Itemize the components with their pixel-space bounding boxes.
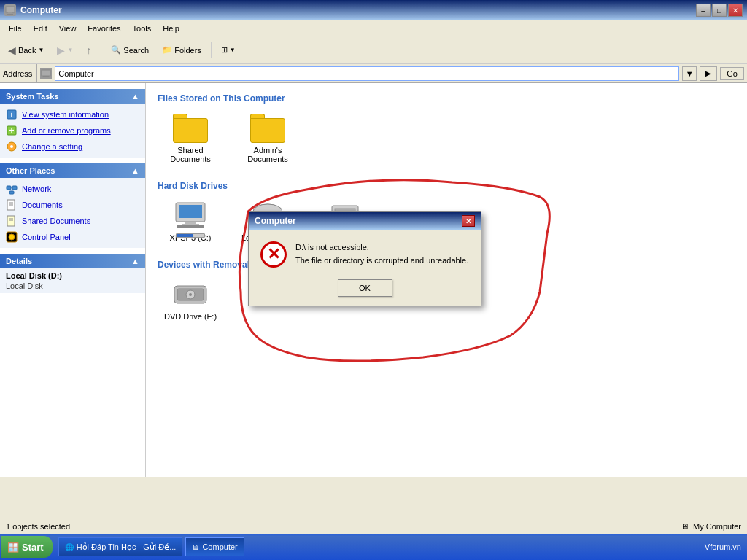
dialog-title: Computer: [255, 216, 296, 226]
dialog-body: ✕ D:\ is not accessible. The file or dir…: [249, 230, 481, 306]
dialog-close-button[interactable]: ✕: [462, 215, 475, 227]
dialog-line2: The file or directory is corrupted and u…: [295, 254, 468, 268]
dialog-titlebar: Computer ✕: [249, 212, 481, 230]
error-dialog: Computer ✕ ✕ D:\ is not accessible. The …: [248, 211, 481, 306]
dialog-message: D:\ is not accessible. The file or direc…: [295, 241, 468, 267]
modal-overlay: Computer ✕ ✕ D:\ is not accessible. The …: [0, 0, 747, 560]
dialog-content-row: ✕ D:\ is not accessible. The file or dir…: [260, 241, 469, 268]
dialog-line1: D:\ is not accessible.: [295, 241, 468, 254]
dialog-buttons: OK: [260, 279, 469, 297]
dialog-ok-button[interactable]: OK: [338, 279, 392, 297]
error-icon: ✕: [260, 241, 287, 268]
